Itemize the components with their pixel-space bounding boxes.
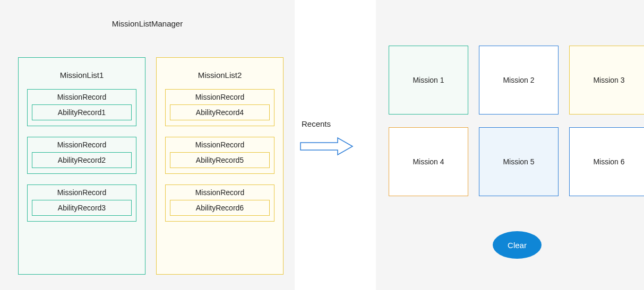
recents-tiles-grid: Mission 1 Mission 2 Mission 3 Mission 4 … — [389, 46, 644, 196]
mission-tile-1[interactable]: Mission 1 — [389, 46, 468, 115]
mission-tile-6[interactable]: Mission 6 — [569, 127, 644, 196]
recents-label: Recents — [302, 119, 361, 128]
tile-label: Mission 5 — [503, 157, 534, 166]
mission-record: MissionRecord AbilityRecord2 — [27, 137, 136, 174]
mission-record: MissionRecord AbilityRecord6 — [165, 184, 274, 222]
mission-tile-5[interactable]: Mission 5 — [479, 127, 559, 196]
mission-record-label: MissionRecord — [32, 188, 132, 197]
mission-record-label: MissionRecord — [170, 188, 270, 197]
ability-record: AbilityRecord1 — [32, 104, 132, 120]
tile-label: Mission 4 — [413, 157, 444, 166]
ability-record: AbilityRecord4 — [170, 104, 270, 120]
tile-label: Mission 3 — [593, 76, 624, 84]
mission-list-1: MissionList1 MissionRecord AbilityRecord… — [18, 57, 145, 275]
ability-record: AbilityRecord3 — [32, 200, 132, 216]
mission-record: MissionRecord AbilityRecord4 — [165, 89, 274, 126]
mission-tile-2[interactable]: Mission 2 — [479, 46, 559, 115]
clear-button[interactable]: Clear — [493, 231, 542, 259]
arrow-right-icon — [297, 137, 356, 156]
manager-title: MissionListManager — [0, 19, 295, 28]
tile-label: Mission 6 — [593, 157, 624, 166]
mission-record-label: MissionRecord — [32, 93, 132, 101]
mission-tile-4[interactable]: Mission 4 — [389, 127, 468, 196]
mission-list-2: MissionList2 MissionRecord AbilityRecord… — [156, 57, 284, 275]
mission-record-label: MissionRecord — [170, 140, 270, 149]
mission-record-label: MissionRecord — [170, 93, 270, 101]
mission-record-label: MissionRecord — [32, 140, 132, 149]
recents-panel: Mission 1 Mission 2 Mission 3 Mission 4 … — [376, 0, 644, 290]
tile-label: Mission 1 — [413, 76, 444, 84]
mission-record: MissionRecord AbilityRecord1 — [27, 89, 136, 126]
mission-list-title: MissionList2 — [162, 71, 278, 80]
clear-button-label: Clear — [508, 241, 527, 250]
mission-lists-row: MissionList1 MissionRecord AbilityRecord… — [18, 57, 284, 275]
diagram-canvas: MissionListManager MissionList1 MissionR… — [0, 0, 644, 290]
ability-record: AbilityRecord6 — [170, 200, 270, 216]
svg-marker-0 — [300, 138, 353, 155]
recents-arrow-section: Recents — [297, 119, 361, 156]
tile-label: Mission 2 — [503, 76, 534, 84]
ability-record: AbilityRecord2 — [32, 152, 132, 168]
mission-record: MissionRecord AbilityRecord3 — [27, 184, 136, 222]
mission-list-manager-panel: MissionListManager MissionList1 MissionR… — [0, 0, 295, 290]
mission-list-title: MissionList1 — [24, 71, 140, 80]
mission-record: MissionRecord AbilityRecord5 — [165, 137, 274, 174]
mission-tile-3[interactable]: Mission 3 — [569, 46, 644, 115]
ability-record: AbilityRecord5 — [170, 152, 270, 168]
